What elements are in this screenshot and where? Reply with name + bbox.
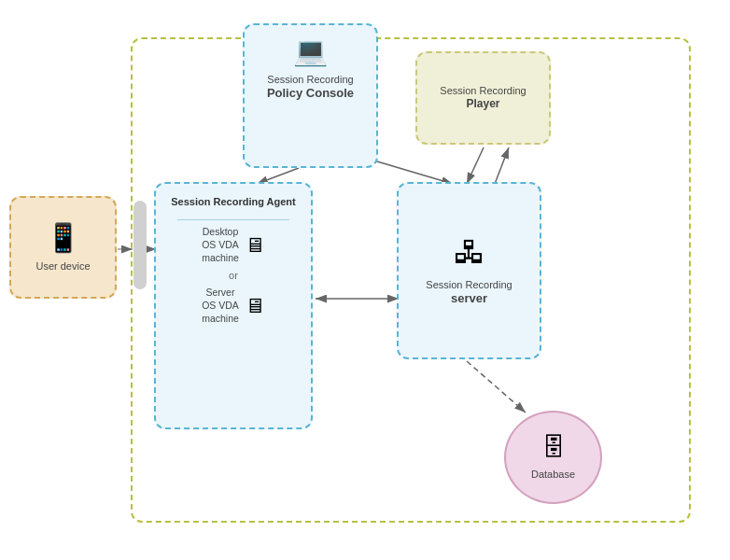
- user-device-label: User device: [35, 259, 90, 273]
- diagram-container: 📱 User device Session Recording Agent De…: [9, 9, 719, 546]
- devices-icon: 📱: [46, 221, 80, 254]
- server-box: 🖧 Session Recordingserver: [397, 182, 541, 359]
- agent-title: Session Recording Agent: [171, 195, 295, 208]
- user-device-box: 📱 User device: [9, 196, 117, 299]
- agent-divider-1: [177, 219, 289, 220]
- server-vda-icon: 🖥: [245, 294, 265, 318]
- separator-bar: [133, 201, 147, 289]
- desktop-vda-section: DesktopOS VDAmachine 🖥: [202, 226, 265, 264]
- policy-console-label: Session RecordingPolicy Console: [267, 73, 354, 102]
- desktop-label: DesktopOS VDAmachine: [202, 226, 239, 264]
- server-icon: 🖧: [454, 234, 485, 271]
- or-label: or: [229, 270, 238, 281]
- server-vda-label: ServerOS VDAmachine: [202, 287, 239, 325]
- server-label: Session Recordingserver: [426, 278, 512, 307]
- policy-console-box: 💻 Session RecordingPolicy Console: [243, 23, 378, 168]
- database-label: Database: [531, 468, 575, 481]
- player-box: Session RecordingPlayer: [415, 51, 551, 145]
- agent-box: Session Recording Agent DesktopOS VDAmac…: [154, 182, 313, 429]
- desktop-icon: 🖥: [245, 233, 265, 258]
- database-icon: 🗄: [541, 433, 566, 462]
- database-box: 🗄 Database: [504, 411, 602, 504]
- agent-title-section: Session Recording Agent: [163, 195, 303, 208]
- player-label: Session RecordingPlayer: [440, 84, 526, 112]
- server-vda-section: ServerOS VDAmachine 🖥: [202, 287, 265, 325]
- laptop-icon: 💻: [293, 35, 328, 67]
